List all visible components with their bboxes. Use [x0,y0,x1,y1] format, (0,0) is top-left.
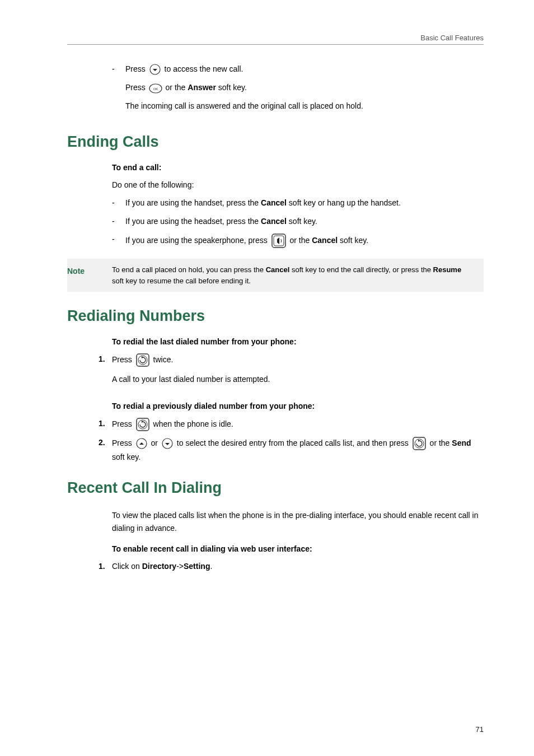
ok-button-icon: OK [149,83,162,94]
text: If you are using the handset, press the [125,198,259,207]
text: soft key. [340,236,368,245]
text: Press [112,438,132,447]
dash-marker: - [112,197,125,209]
heading-ending-calls: Ending Calls [67,133,484,151]
text: soft key or hang up the handset. [289,198,401,207]
text: or [151,438,158,447]
text: Press [112,355,132,364]
note-box: Note To end a call placed on hold, you c… [67,259,484,292]
text: To end a call placed on hold, you can pr… [112,265,264,274]
send-softkey-name: Send [452,438,471,447]
down-arrow-button-icon [161,437,174,450]
text: Press [125,64,146,73]
redial-last-step1: 1. Press twice. A call to your last dial… [99,353,484,391]
text: Do one of the following: [112,179,484,191]
subhead-enable-recent: To enable recent call in dialing via web… [112,544,484,553]
setting-label: Setting [184,562,210,571]
subhead-redial-previous: To redial a previously dialed number fro… [112,402,484,410]
text: If you are using the speakerphone, press [125,236,268,245]
cancel-softkey-name: Cancel [261,198,287,207]
redial-prev-step2: 2. Press or to select the desired entry … [99,436,484,464]
end-call-option-speaker: - If you are using the speakerphone, pre… [112,233,484,249]
redial-button-icon [135,353,150,367]
top-dash-list: - Press to access the new call. Press OK… [112,63,484,118]
end-call-option-handset: - If you are using the handset, press th… [112,197,484,209]
top-dash-1: - Press to access the new call. Press OK… [112,63,484,118]
text: Click on [112,562,140,571]
recent-step1: 1. Click on Directory->Setting. [99,560,484,573]
subhead-redial-last: To redial the last dialed number from yo… [112,337,484,346]
text: when the phone is idle. [153,419,233,428]
redial-prev-step1: 1. Press when the phone is idle. [99,417,484,432]
text: A call to your last dialed number is att… [112,373,484,385]
step-number: 1. [99,354,105,363]
redial-button-icon [135,417,150,432]
cancel-softkey-name: Cancel [312,236,338,245]
redial-button-icon [412,436,427,451]
text: or the [166,83,186,92]
running-header: Basic Call Features [67,34,484,45]
text: To view the placed calls list when the p… [112,509,484,534]
text: to access the new call. [165,64,243,73]
answer-softkey-name: Answer [188,83,216,92]
text: or the [290,236,310,245]
text: The incoming call is answered and the or… [125,100,484,112]
heading-redialing: Redialing Numbers [67,307,484,325]
directory-label: Directory [142,562,176,571]
text: . [210,562,212,571]
subhead-to-end-call: To end a call: [112,163,484,172]
cancel-softkey-name: Cancel [261,217,287,226]
text: soft key to resume the call before endin… [112,277,251,285]
text: soft key. [218,83,247,92]
step-number: 2. [99,438,105,447]
dash-marker: - [112,215,125,227]
note-label: Note [67,264,112,286]
text: If you are using the headset, press the [125,217,259,226]
text: or the [430,438,450,447]
text: soft key. [289,217,317,226]
text: twice. [153,355,174,364]
text: Press [112,419,132,428]
cancel-softkey-name: Cancel [266,265,290,274]
down-arrow-button-icon [149,63,161,76]
text: Press [125,83,146,92]
page-number: 71 [476,725,484,734]
up-arrow-button-icon [135,437,148,450]
text: soft key to end the call directly, or pr… [292,265,431,274]
text: soft key. [112,452,140,461]
text: to select the desired entry from the pla… [177,438,409,447]
arrow-sep: -> [176,562,184,571]
svg-text:OK: OK [153,87,158,91]
end-call-option-headset: - If you are using the headset, press th… [112,215,484,227]
heading-recent-call: Recent Call In Dialing [67,479,484,497]
resume-softkey-name: Resume [433,265,462,274]
step-number: 1. [99,419,105,428]
dash-marker: - [112,63,125,75]
dash-marker: - [112,233,125,245]
speakerphone-button-icon [271,233,287,249]
step-number: 1. [99,562,105,571]
